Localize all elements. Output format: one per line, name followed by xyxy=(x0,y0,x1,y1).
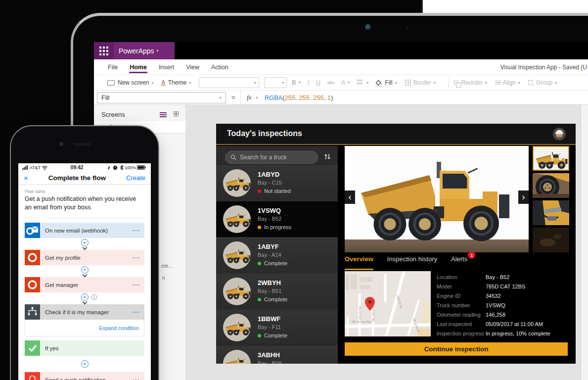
truck-row[interactable]: 1ABYF Bay - A14 Complete xyxy=(216,238,338,273)
create-button[interactable]: Create xyxy=(126,174,145,182)
truck-photo xyxy=(223,205,251,233)
new-screen-button[interactable]: New screen▾ xyxy=(107,79,153,86)
theme-icon: A xyxy=(161,80,165,86)
search-icon xyxy=(230,154,236,160)
location-icon xyxy=(106,165,111,170)
screen-icon xyxy=(107,80,115,86)
add-step-icon[interactable]: + xyxy=(81,360,89,368)
signal-icon xyxy=(22,165,28,170)
align-text-button[interactable]: ▾ xyxy=(357,79,368,87)
reorder-button[interactable]: Reorder▾ xyxy=(454,79,487,86)
border-button[interactable]: Border▾ xyxy=(405,79,436,86)
alarm-icon xyxy=(113,165,118,170)
theme-button[interactable]: ATheme▾ xyxy=(161,79,191,86)
font-color-button[interactable]: A▾ xyxy=(341,79,350,86)
more-options-icon[interactable]: ··· xyxy=(133,309,144,316)
fill-bucket-icon xyxy=(375,80,382,87)
group-button[interactable]: Group▾ xyxy=(528,79,557,86)
inspection-app-screen: Today's inspections Search for a truck 1… xyxy=(216,124,576,364)
carousel-next-button[interactable]: › xyxy=(518,190,529,204)
menu-action[interactable]: Action xyxy=(211,60,229,74)
waffle-icon[interactable] xyxy=(94,42,114,59)
status-dot xyxy=(258,298,261,301)
flow-step-on-new-email[interactable]: On new email (webhook) ··· xyxy=(25,223,144,238)
check-icon xyxy=(25,340,40,356)
close-icon[interactable]: × xyxy=(24,174,28,182)
avatar[interactable] xyxy=(553,128,566,141)
menu-home[interactable]: Home xyxy=(129,60,147,74)
sort-icon[interactable] xyxy=(324,153,331,162)
bell-icon xyxy=(25,372,40,380)
screen-item-fragment[interactable]: cre... xyxy=(161,263,172,269)
fx-icon[interactable]: fx xyxy=(247,94,251,101)
bold-button[interactable]: B▾ xyxy=(292,79,301,86)
svg-text:NE 132nd Pl: NE 132nd Pl xyxy=(372,306,375,322)
bluetooth-icon xyxy=(120,165,124,170)
sensor-dot xyxy=(407,27,409,29)
truck-row[interactable]: 1BBWF Bay - F11 Complete xyxy=(216,310,338,345)
connector: + i xyxy=(25,292,144,304)
tab-alerts[interactable]: Alerts1 xyxy=(451,255,467,270)
phone-screen: AT&T 09:42 100% × Complete the flow Crea… xyxy=(18,163,151,380)
more-options-icon[interactable]: ··· xyxy=(133,377,144,380)
tab-overview[interactable]: Overview xyxy=(345,255,373,270)
flow-step-get-my-profile[interactable]: Get my profile ··· xyxy=(25,250,144,265)
app-header: Today's inspections xyxy=(216,124,576,145)
font-size-dropdown[interactable]: ▾ xyxy=(264,77,287,88)
carousel-prev-button[interactable]: ‹ xyxy=(345,190,355,204)
status-dot xyxy=(258,334,261,337)
expand-condition-link[interactable]: Expand condition xyxy=(99,325,139,331)
more-options-icon[interactable]: ··· xyxy=(133,227,144,234)
flow-step-push-notification[interactable]: Send a push notification ··· xyxy=(25,372,144,380)
menu-view[interactable]: View xyxy=(185,60,200,74)
fill-button[interactable]: Fill▾ xyxy=(375,79,397,86)
truck-photo xyxy=(223,241,251,269)
truck-row[interactable]: 1ABYD Bay - C15 Not started xyxy=(216,165,338,201)
truck-row-selected[interactable]: 1VSWQ Bay - B52 In progress xyxy=(216,201,338,237)
menu-bar: File Home Insert View Action Visual Insp… xyxy=(94,59,588,75)
battery-icon xyxy=(137,165,146,170)
grid-view-icon[interactable] xyxy=(174,111,179,116)
group-icon xyxy=(528,80,533,85)
powerapps-brand[interactable]: PowerApps ▾ xyxy=(94,42,175,59)
clock-label: 09:42 xyxy=(49,165,105,170)
flow-step-if-yes[interactable]: If yes xyxy=(25,340,144,356)
chevron-down-icon[interactable]: ▾ xyxy=(157,48,159,53)
info-icon[interactable]: i xyxy=(91,294,97,300)
truck-photo xyxy=(223,350,251,364)
truck-row[interactable]: 2WBYH Bay - B51 Complete xyxy=(216,274,338,309)
continue-inspection-button[interactable]: Continue inspection xyxy=(345,342,568,356)
truck-search-input[interactable]: Search for a truck xyxy=(225,151,318,164)
flow-steps: On new email (webhook) ··· + Get my prof… xyxy=(25,218,144,380)
menu-insert[interactable]: Insert xyxy=(158,60,175,74)
thumbnail-underside[interactable] xyxy=(533,228,569,252)
thumbnail-truck[interactable] xyxy=(533,146,569,171)
flow-step-get-manager[interactable]: Get manager ··· xyxy=(25,277,144,292)
menu-file[interactable]: File xyxy=(107,60,118,74)
formula-input[interactable]: fx▾ RGBA(255, 255, 255, 1) xyxy=(240,91,588,105)
strikethrough-button[interactable]: abc xyxy=(327,80,335,85)
italic-button[interactable]: I xyxy=(308,79,309,86)
tab-inspection-history[interactable]: Inspection history xyxy=(387,255,437,270)
truck-row[interactable]: 3ABHH Bay - B09 xyxy=(216,346,338,364)
connector: + xyxy=(25,238,144,250)
more-options-icon[interactable]: ··· xyxy=(133,282,144,288)
more-options-icon[interactable]: ··· xyxy=(133,254,144,261)
status-dot xyxy=(258,226,261,229)
reorder-icon xyxy=(454,81,458,85)
thumbnail-hydraulics[interactable] xyxy=(533,200,569,225)
right-rail[interactable] xyxy=(581,105,588,380)
flow-name-input[interactable]: Get a push notification when you receive… xyxy=(25,195,139,212)
flow-step-condition[interactable]: Check if it is my manager ··· xyxy=(25,304,144,320)
thumbnail-tire[interactable] xyxy=(533,173,569,198)
location-map[interactable]: NE Spring Blvd 130th Pl NE NE 132nd Pl 1… xyxy=(345,271,431,336)
font-dropdown[interactable]: ▾ xyxy=(199,77,259,88)
list-view-icon[interactable] xyxy=(160,111,167,118)
underline-button[interactable]: U xyxy=(316,79,320,86)
screen-item-fragment[interactable]: n xyxy=(162,275,165,281)
align-button[interactable]: Align▾ xyxy=(495,79,520,86)
flow-name-label: Flow name xyxy=(25,189,144,194)
svg-text:130th Pl NE: 130th Pl NE xyxy=(359,306,362,321)
property-dropdown[interactable]: Fill▾ xyxy=(97,92,226,103)
equals-sign: = xyxy=(231,94,235,101)
